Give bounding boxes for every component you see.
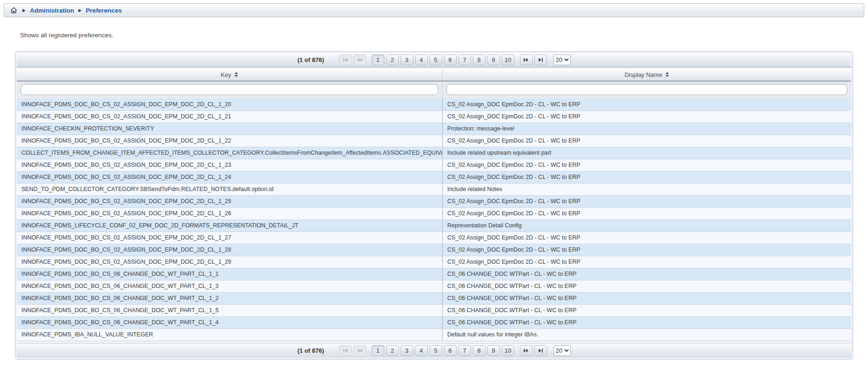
table-row[interactable]: INNOFACE_PDMS_DOC_BO_CS_02_ASSIGN_DOC_EP… — [17, 135, 851, 147]
display-name-cell: CS_06 CHANGE_DOC WTPart - CL - WC to ERP — [442, 280, 851, 292]
table-row[interactable]: INNOFACE_PDMS_DOC_BO_CS_06_CHANGE_DOC_WT… — [17, 268, 851, 280]
key-cell: INNOFACE_PDMS_DOC_BO_CS_06_CHANGE_DOC_WT… — [17, 292, 442, 304]
table-row[interactable]: INNOFACE_PDMS_DOC_BO_CS_06_CHANGE_DOC_WT… — [17, 304, 851, 316]
table-row[interactable]: INNOFACE_PDMS_DOC_BO_CS_02_ASSIGN_DOC_EP… — [17, 232, 851, 244]
table-row[interactable]: INNOFACE_PDMS_DOC_BO_CS_02_ASSIGN_DOC_EP… — [17, 207, 851, 219]
first-page-button[interactable] — [339, 345, 352, 356]
table-row[interactable]: INNOFACE_PDMS_DOC_BO_CS_06_CHANGE_DOC_WT… — [17, 316, 851, 328]
page-5-button[interactable]: 5 — [430, 345, 442, 356]
page-8-button[interactable]: 8 — [473, 55, 485, 65]
display-name-filter-cell — [442, 81, 851, 98]
display-name-cell: CS_06 CHANGE_DOC WTPart - CL - WC to ERP — [442, 304, 851, 316]
key-cell: INNOFACE_PDMS_DOC_BO_CS_02_ASSIGN_DOC_EP… — [17, 110, 442, 123]
column-header-display-name[interactable]: Display Name — [442, 68, 851, 81]
table-row[interactable]: INNOFACE_PDMS_DOC_BO_CS_06_CHANGE_DOC_WT… — [17, 292, 851, 304]
table-row[interactable]: INNOFACE_PDMS_DOC_BO_CS_02_ASSIGN_DOC_EP… — [17, 244, 851, 256]
display-name-cell: CS_06 CHANGE_DOC WTPart - CL - WC to ERP — [442, 316, 851, 328]
page-2-button[interactable]: 2 — [386, 345, 399, 356]
page-10-button[interactable]: 10 — [502, 55, 514, 65]
page-5-button[interactable]: 5 — [430, 55, 442, 65]
next-page-button[interactable] — [520, 345, 533, 356]
page-9-button[interactable]: 9 — [487, 345, 500, 356]
table-row[interactable]: INNOFACE_PDMS_LIFECYCLE_CONF_02_EPM_DOC_… — [17, 219, 851, 232]
breadcrumb-link-preferences[interactable]: Preferences — [86, 7, 122, 14]
key-cell: INNOFACE_PDMS_DOC_BO_CS_02_ASSIGN_DOC_EP… — [17, 159, 442, 171]
page-9-button[interactable]: 9 — [487, 55, 500, 65]
table-row[interactable]: INNOFACE_CHECKIN_PROTECTION_SEVERITYProt… — [17, 123, 851, 135]
rows-per-page-select[interactable]: 20 — [554, 55, 571, 65]
key-cell: INNOFACE_PDMS_DOC_BO_CS_02_ASSIGN_DOC_EP… — [17, 232, 442, 244]
page-links: 12345678910 — [371, 345, 515, 356]
page-10-button[interactable]: 10 — [502, 345, 514, 356]
page-3-button[interactable]: 3 — [401, 55, 413, 65]
key-cell: INNOFACE_PDMS_DOC_BO_CS_02_ASSIGN_DOC_EP… — [17, 207, 442, 219]
fast-forward-icon — [523, 348, 529, 353]
display-name-cell: CS_06 CHANGE_DOC WTPart - CL - WC to ERP — [442, 268, 851, 280]
page-6-button[interactable]: 6 — [444, 345, 457, 356]
sort-icon — [665, 72, 669, 77]
display-name-cell: CS_02 Assign_DOC EpmDoc 2D - CL - WC to … — [442, 207, 851, 219]
display-name-cell: CS_06 CHANGE_DOC WTPart - CL - WC to ERP — [442, 292, 851, 304]
last-page-button[interactable] — [534, 345, 547, 356]
page-status: (1 of 876) — [297, 347, 324, 354]
page-6-button[interactable]: 6 — [444, 55, 457, 65]
display-name-cell: CS_02 Assign_DOC EpmDoc 2D - CL - WC to … — [442, 98, 851, 110]
page-1-button[interactable]: 1 — [372, 55, 384, 65]
breadcrumb: ▶ Administration ▶ Preferences — [4, 3, 864, 17]
display-name-cell: Include related Notes — [442, 183, 851, 195]
table-row[interactable]: INNOFACE_PDMS_DOC_BO_CS_02_ASSIGN_DOC_EP… — [17, 256, 851, 268]
table-row[interactable]: INNOFACE_PDMS_DOC_BO_CS_02_ASSIGN_DOC_EP… — [17, 98, 851, 110]
last-page-button[interactable] — [534, 55, 547, 65]
key-cell: COLLECT_ITEMS_FROM_CHANGE_ITEM_AFFECTED_… — [17, 147, 442, 159]
rows-per-page-select[interactable]: 20 — [554, 345, 571, 356]
display-name-cell: Default null values for integer IBAs. — [442, 328, 851, 341]
table-row[interactable]: INNOFACE_PDMS_IBA_NULL_VALUE_INTEGERDefa… — [17, 328, 851, 341]
previous-page-button[interactable] — [354, 55, 366, 65]
fast-rewind-icon — [357, 57, 362, 62]
display-name-cell: Protection: message-level — [442, 123, 851, 135]
page-3-button[interactable]: 3 — [401, 345, 413, 356]
column-header-key-label: Key — [221, 71, 231, 78]
home-icon[interactable] — [10, 7, 18, 14]
previous-page-button[interactable] — [354, 345, 366, 356]
display-name-filter-input[interactable] — [446, 84, 847, 95]
key-cell: INNOFACE_PDMS_LIFECYCLE_CONF_02_EPM_DOC_… — [17, 219, 442, 232]
key-cell: INNOFACE_PDMS_DOC_BO_CS_06_CHANGE_DOC_WT… — [17, 304, 442, 316]
page-7-button[interactable]: 7 — [458, 55, 471, 65]
display-name-cell: CS_02 Assign_DOC EpmDoc 2D - CL - WC to … — [442, 110, 851, 123]
display-name-cell: CS_02 Assign_DOC EpmDoc 2D - CL - WC to … — [442, 232, 851, 244]
first-page-button[interactable] — [339, 55, 352, 65]
page-1-button[interactable]: 1 — [372, 345, 384, 356]
breadcrumb-separator-icon: ▶ — [78, 8, 82, 13]
table-row[interactable]: INNOFACE_PDMS_DOC_BO_CS_02_ASSIGN_DOC_EP… — [17, 171, 851, 183]
page-links: 12345678910 — [371, 55, 515, 65]
table-row[interactable]: COLLECT_ITEMS_FROM_CHANGE_ITEM_AFFECTED_… — [17, 147, 851, 159]
key-filter-input[interactable] — [21, 84, 438, 95]
column-header-key[interactable]: Key — [17, 68, 442, 81]
key-cell: INNOFACE_PDMS_DOC_BO_CS_02_ASSIGN_DOC_EP… — [17, 195, 442, 207]
table-row[interactable]: INNOFACE_PDMS_DOC_BO_CS_02_ASSIGN_DOC_EP… — [17, 195, 851, 207]
display-name-cell: CS_02 Assign_DOC EpmDoc 2D - CL - WC to … — [442, 244, 851, 256]
table-row[interactable]: INNOFACE_PDMS_DOC_BO_CS_02_ASSIGN_DOC_EP… — [17, 159, 851, 171]
table-row[interactable]: INNOFACE_PDMS_DOC_BO_CS_06_CHANGE_DOC_WT… — [17, 280, 851, 292]
table-row[interactable]: INNOFACE_PDMS_DOC_BO_CS_02_ASSIGN_DOC_EP… — [17, 110, 851, 123]
key-cell: INNOFACE_PDMS_DOC_BO_CS_06_CHANGE_DOC_WT… — [17, 280, 442, 292]
page-2-button[interactable]: 2 — [386, 55, 399, 65]
fast-rewind-icon — [357, 348, 362, 353]
key-cell: INNOFACE_CHECKIN_PROTECTION_SEVERITY — [17, 123, 442, 135]
seek-last-icon — [538, 57, 543, 62]
seek-first-icon — [343, 348, 348, 353]
page-8-button[interactable]: 8 — [473, 345, 485, 356]
page-4-button[interactable]: 4 — [415, 55, 428, 65]
page-7-button[interactable]: 7 — [458, 345, 471, 356]
page-4-button[interactable]: 4 — [415, 345, 428, 356]
breadcrumb-link-administration[interactable]: Administration — [30, 7, 74, 14]
fast-forward-icon — [523, 57, 529, 62]
table-row[interactable]: SEND_TO_PDM_COLLECTOR_CATEGORY.SBSendToP… — [17, 183, 851, 195]
next-page-button[interactable] — [520, 55, 533, 65]
page-status: (1 of 876) — [297, 56, 324, 63]
display-name-cell: CS_02 Assign_DOC EpmDoc 2D - CL - WC to … — [442, 195, 851, 207]
key-cell: INNOFACE_PDMS_DOC_BO_CS_06_CHANGE_DOC_WT… — [17, 316, 442, 328]
display-name-cell: Include related upstream equivalent part — [442, 147, 851, 159]
bottom-paginator: (1 of 876)1234567891020 — [17, 343, 851, 358]
